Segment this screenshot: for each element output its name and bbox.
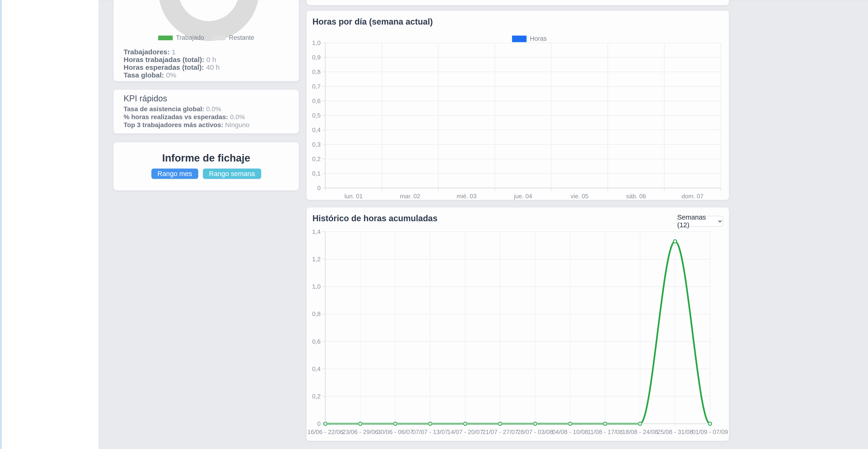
summary-stats: Trabajadores:1 Horas trabajadas (total):… <box>124 48 220 79</box>
restante-swatch <box>211 36 226 40</box>
kpi-card: KPI rápidos Tasa de asistencia global:0.… <box>114 90 299 133</box>
kpi-value: 0.0% <box>230 113 245 121</box>
horas-swatch <box>512 36 527 42</box>
svg-text:0,6: 0,6 <box>312 97 321 104</box>
report-buttons: Rango mes Rango semana <box>114 169 299 179</box>
kpi-label: % horas realizadas vs esperadas: <box>124 113 228 121</box>
kpi-label: Top 3 trabajadores más activos: <box>124 121 223 128</box>
svg-text:14/07 - 20/07: 14/07 - 20/07 <box>447 428 483 436</box>
kpi-list: Tasa de asistencia global:0.0% % horas r… <box>124 105 249 129</box>
svg-text:jue. 04: jue. 04 <box>514 193 532 200</box>
kpi-top-trabajadores: Top 3 trabajadores más activos:Ninguno <box>124 121 249 129</box>
stat-trabajadores: Trabajadores:1 <box>124 48 220 56</box>
svg-text:0,6: 0,6 <box>312 338 321 345</box>
weeks-select[interactable]: Semanas (12) <box>677 216 723 227</box>
svg-text:0,7: 0,7 <box>312 83 321 90</box>
report-card-title: Informe de fichaje <box>114 152 299 164</box>
stat-label: Horas esperadas (total): <box>124 63 204 71</box>
svg-text:23/06 - 29/06: 23/06 - 29/06 <box>342 428 378 436</box>
kpi-value: Ninguno <box>225 121 249 128</box>
rango-semana-button[interactable]: Rango semana <box>203 169 261 179</box>
stat-label: Tasa global: <box>124 71 164 79</box>
trabajado-swatch <box>158 36 173 40</box>
weeks-select-value: Semanas (12) <box>677 213 715 229</box>
svg-text:1,0: 1,0 <box>312 283 321 290</box>
stat-value: 40 h <box>206 63 219 71</box>
stat-horas-trabajadas: Horas trabajadas (total):0 h <box>124 56 220 63</box>
summary-card: Trabajado Restante Trabajadores:1 Horas … <box>114 0 299 81</box>
accumulated-hours-title: Histórico de horas acumuladas <box>312 213 437 223</box>
svg-text:1,0: 1,0 <box>312 39 321 47</box>
chevron-down-icon <box>717 218 723 224</box>
svg-text:0: 0 <box>317 184 321 191</box>
svg-text:30/06 - 06/07: 30/06 - 06/07 <box>377 428 413 436</box>
svg-text:25/08 - 31/08: 25/08 - 31/08 <box>657 428 693 436</box>
horas-legend-item[interactable]: Horas <box>512 35 547 42</box>
stat-label: Horas trabajadas (total): <box>124 56 204 63</box>
legend-label: Restante <box>229 34 254 41</box>
svg-text:0,2: 0,2 <box>312 393 321 400</box>
svg-text:0,2: 0,2 <box>312 155 321 162</box>
left-edge-strip <box>0 0 2 449</box>
svg-text:0,1: 0,1 <box>312 170 321 177</box>
report-card: Informe de fichaje Rango mes Rango seman… <box>114 142 299 190</box>
svg-text:dom. 07: dom. 07 <box>681 193 704 200</box>
svg-text:0,4: 0,4 <box>312 126 321 133</box>
svg-text:0,3: 0,3 <box>312 141 321 148</box>
kpi-value: 0.0% <box>206 106 221 113</box>
stat-label: Trabajadores: <box>124 48 170 56</box>
donut-legend: Trabajado Restante <box>114 34 299 41</box>
kpi-asistencia: Tasa de asistencia global:0.0% <box>124 105 249 113</box>
svg-text:mié. 03: mié. 03 <box>457 193 476 200</box>
svg-text:07/07 - 13/07: 07/07 - 13/07 <box>412 428 448 436</box>
hours-per-day-card: Horas por día (semana actual) Horas 1,00… <box>307 11 729 200</box>
stat-value: 0 h <box>207 56 216 63</box>
svg-text:21/07 - 27/07: 21/07 - 27/07 <box>482 428 518 436</box>
kpi-horas-vs-esperadas: % horas realizadas vs esperadas:0.0% <box>124 113 249 121</box>
scrolled-card-sliver <box>307 0 729 5</box>
legend-item-trabajado[interactable]: Trabajado <box>158 34 204 41</box>
svg-text:0,9: 0,9 <box>312 54 321 61</box>
svg-text:0,5: 0,5 <box>312 112 321 119</box>
hours-per-day-title: Horas por día (semana actual) <box>312 17 433 27</box>
stat-value: 1 <box>172 48 176 56</box>
accumulated-hours-chart: 1,41,21,00,80,60,40,2016/06 - 22/0623/06… <box>307 207 729 441</box>
sidebar <box>2 0 99 449</box>
stat-horas-esperadas: Horas esperadas (total):40 h <box>124 63 220 71</box>
svg-text:sáb. 06: sáb. 06 <box>626 193 646 200</box>
accumulated-hours-card: Histórico de horas acumuladas Semanas (1… <box>307 207 729 441</box>
svg-text:01/09 - 07/09: 01/09 - 07/09 <box>692 428 728 436</box>
svg-text:1,2: 1,2 <box>312 256 321 263</box>
svg-text:0,4: 0,4 <box>312 365 321 372</box>
svg-text:0,8: 0,8 <box>312 68 321 76</box>
stat-tasa-global: Tasa global:0% <box>124 71 220 79</box>
svg-text:lun. 01: lun. 01 <box>344 193 363 200</box>
svg-text:18/08 - 24/08: 18/08 - 24/08 <box>622 428 658 436</box>
svg-text:1,4: 1,4 <box>312 228 321 235</box>
svg-text:0,8: 0,8 <box>312 310 321 318</box>
svg-text:28/07 - 03/08: 28/07 - 03/08 <box>517 428 553 436</box>
legend-label: Trabajado <box>176 34 204 41</box>
svg-text:16/06 - 22/06: 16/06 - 22/06 <box>307 428 343 436</box>
svg-text:0: 0 <box>317 420 321 427</box>
dashboard-page: Trabajado Restante Trabajadores:1 Horas … <box>0 0 868 449</box>
stat-value: 0% <box>166 71 176 79</box>
svg-text:11/08 - 17/08: 11/08 - 17/08 <box>587 428 623 436</box>
svg-text:04/08 - 10/08: 04/08 - 10/08 <box>552 428 588 436</box>
legend-label: Horas <box>530 35 547 42</box>
kpi-label: Tasa de asistencia global: <box>124 106 204 113</box>
rango-mes-button[interactable]: Rango mes <box>151 169 198 179</box>
kpi-card-title: KPI rápidos <box>124 94 167 103</box>
svg-text:mar. 02: mar. 02 <box>400 193 420 200</box>
svg-text:vie. 05: vie. 05 <box>570 193 589 200</box>
legend-item-restante[interactable]: Restante <box>211 34 254 41</box>
